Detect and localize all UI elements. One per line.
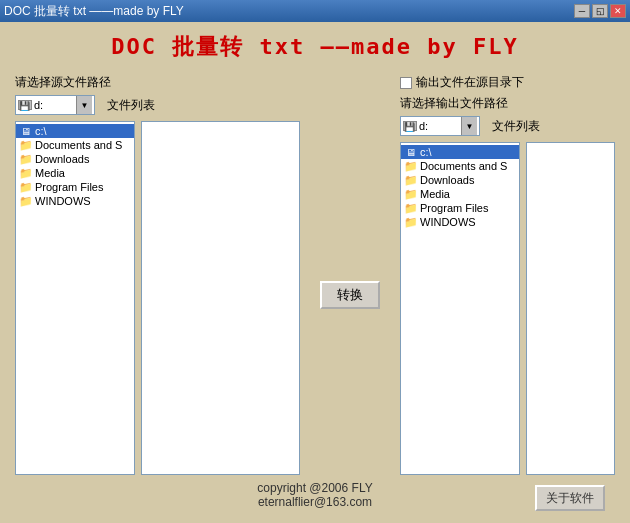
right-folder-program-files-label: Program Files bbox=[420, 202, 488, 214]
right-drive-icon: 💾 bbox=[403, 121, 417, 131]
left-folder-docs-label: Documents and S bbox=[35, 139, 122, 151]
drive-icon: 🖥 bbox=[19, 125, 33, 137]
right-panel: 输出文件在源目录下 请选择输出文件路径 💾 d: ▼ 文件列表 🖥 bbox=[400, 74, 615, 475]
middle-area: 转换 bbox=[310, 74, 390, 475]
folder-icon: 📁 bbox=[19, 167, 33, 179]
footer: copyright @2006 FLY eternalflier@163.com… bbox=[15, 475, 615, 513]
restore-button[interactable]: ◱ bbox=[592, 4, 608, 18]
window-controls: ─ ◱ ✕ bbox=[574, 4, 626, 18]
folder-icon: 📁 bbox=[404, 216, 418, 228]
right-folder-docs-label: Documents and S bbox=[420, 160, 507, 172]
left-folder-c[interactable]: 🖥 c:\ bbox=[16, 124, 134, 138]
folder-icon: 📁 bbox=[19, 181, 33, 193]
left-drive-select[interactable]: 💾 d: ▼ bbox=[15, 95, 95, 115]
copyright-text: copyright @2006 FLY bbox=[15, 481, 615, 495]
about-button[interactable]: 关于软件 bbox=[535, 485, 605, 511]
left-folder-media-label: Media bbox=[35, 167, 65, 179]
right-folder-windows-label: WINDOWS bbox=[420, 216, 476, 228]
folder-icon: 📁 bbox=[19, 153, 33, 165]
right-folder-c[interactable]: 🖥 c:\ bbox=[401, 145, 519, 159]
left-drive-icon: 💾 bbox=[18, 100, 32, 110]
left-folder-windows-label: WINDOWS bbox=[35, 195, 91, 207]
left-panel: 请选择源文件路径 💾 d: ▼ 文件列表 🖥 c:\ bbox=[15, 74, 300, 475]
right-folder-downloads-label: Downloads bbox=[420, 174, 474, 186]
right-folder-media-label: Media bbox=[420, 188, 450, 200]
right-folder-windows[interactable]: 📁 WINDOWS bbox=[401, 215, 519, 229]
left-panel-label: 请选择源文件路径 bbox=[15, 74, 300, 91]
right-panel-label: 请选择输出文件路径 bbox=[400, 95, 615, 112]
left-file-list-box[interactable] bbox=[141, 121, 300, 475]
right-drive-inner: 💾 d: ▼ bbox=[403, 117, 477, 135]
left-folder-windows[interactable]: 📁 WINDOWS bbox=[16, 194, 134, 208]
minimize-button[interactable]: ─ bbox=[574, 4, 590, 18]
close-button[interactable]: ✕ bbox=[610, 4, 626, 18]
right-file-list-box[interactable] bbox=[526, 142, 615, 475]
window-title: DOC 批量转 txt ——made by FLY bbox=[4, 3, 184, 20]
left-folder-downloads[interactable]: 📁 Downloads bbox=[16, 152, 134, 166]
left-drive-row: 💾 d: ▼ 文件列表 bbox=[15, 95, 300, 115]
right-folder-tree[interactable]: 🖥 c:\ 📁 Documents and S 📁 Downloads 📁 Me… bbox=[400, 142, 520, 475]
output-same-dir-checkbox[interactable] bbox=[400, 77, 412, 89]
left-drive-value: d: bbox=[34, 99, 43, 111]
left-folder-downloads-label: Downloads bbox=[35, 153, 89, 165]
right-panels-inner: 🖥 c:\ 📁 Documents and S 📁 Downloads 📁 Me… bbox=[400, 142, 615, 475]
right-folder-docs[interactable]: 📁 Documents and S bbox=[401, 159, 519, 173]
right-file-list-label: 文件列表 bbox=[492, 118, 540, 135]
left-folder-tree[interactable]: 🖥 c:\ 📁 Documents and S 📁 Downloads 📁 Me… bbox=[15, 121, 135, 475]
folder-icon: 📁 bbox=[19, 139, 33, 151]
left-drive-inner: 💾 d: ▼ bbox=[18, 96, 92, 114]
left-folder-docs[interactable]: 📁 Documents and S bbox=[16, 138, 134, 152]
checkbox-label: 输出文件在源目录下 bbox=[416, 74, 524, 91]
left-folder-media[interactable]: 📁 Media bbox=[16, 166, 134, 180]
left-folder-c-label: c:\ bbox=[35, 125, 47, 137]
left-drive-arrow[interactable]: ▼ bbox=[76, 96, 92, 114]
right-drive-select[interactable]: 💾 d: ▼ bbox=[400, 116, 480, 136]
panels-row: 请选择源文件路径 💾 d: ▼ 文件列表 🖥 c:\ bbox=[15, 74, 615, 475]
right-folder-c-label: c:\ bbox=[420, 146, 432, 158]
folder-icon: 📁 bbox=[404, 160, 418, 172]
left-folder-program-files[interactable]: 📁 Program Files bbox=[16, 180, 134, 194]
checkbox-row: 输出文件在源目录下 bbox=[400, 74, 615, 91]
right-drive-row: 💾 d: ▼ 文件列表 bbox=[400, 116, 615, 136]
right-folder-program-files[interactable]: 📁 Program Files bbox=[401, 201, 519, 215]
right-drive-arrow[interactable]: ▼ bbox=[461, 117, 477, 135]
folder-icon: 📁 bbox=[404, 188, 418, 200]
folder-icon: 📁 bbox=[404, 202, 418, 214]
drive-icon: 🖥 bbox=[404, 146, 418, 158]
folder-icon: 📁 bbox=[404, 174, 418, 186]
right-drive-value: d: bbox=[419, 120, 428, 132]
app-title: DOC 批量转 txt ——made by FLY bbox=[15, 32, 615, 62]
left-panels-inner: 🖥 c:\ 📁 Documents and S 📁 Downloads 📁 Me… bbox=[15, 121, 300, 475]
folder-icon: 📁 bbox=[19, 195, 33, 207]
email-text: eternalflier@163.com bbox=[15, 495, 615, 509]
left-folder-program-files-label: Program Files bbox=[35, 181, 103, 193]
convert-button[interactable]: 转换 bbox=[320, 281, 380, 309]
right-folder-downloads[interactable]: 📁 Downloads bbox=[401, 173, 519, 187]
left-file-list-label: 文件列表 bbox=[107, 97, 155, 114]
main-content: DOC 批量转 txt ——made by FLY 请选择源文件路径 💾 d: … bbox=[0, 22, 630, 523]
right-folder-media[interactable]: 📁 Media bbox=[401, 187, 519, 201]
title-bar: DOC 批量转 txt ——made by FLY ─ ◱ ✕ bbox=[0, 0, 630, 22]
